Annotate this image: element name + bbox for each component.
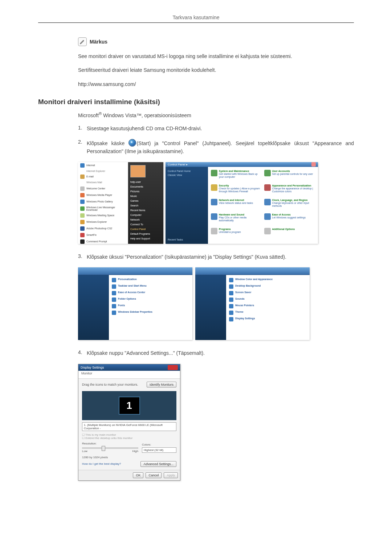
cancel-button[interactable]: Cancel <box>146 472 162 478</box>
step-4: 4. Klõpsake nuppu "Advanced Settings..."… <box>78 349 354 357</box>
document-page: Tarkvara kasutamine Märkus See monitori … <box>38 15 354 481</box>
personalization-screenshot: Window Color and Appearance Desktop Back… <box>195 267 310 340</box>
step2-pre: Klõpsake käske <box>87 140 128 146</box>
step-number: 4. <box>78 349 87 355</box>
note-text-1: See monitori draiver on varustatud MS‑i … <box>78 53 354 60</box>
pencil-icon <box>78 37 87 46</box>
steps-list: 1. Sisestage kasutusjuhendi CD oma CD‑RO… <box>78 125 354 156</box>
screenshot-3: Display Settings Monitor Drag the icons … <box>78 364 354 481</box>
step-text: Klõpsake nuppu "Advanced Settings..." (T… <box>87 349 354 357</box>
screenshot-1: Internet Internet Explorer E-mail Window… <box>78 162 354 244</box>
os-line-mid: Windows Vista <box>102 112 136 118</box>
control-panel-screenshot: Control Panel ▸ Control Panel Home Class… <box>166 162 318 244</box>
start-menu-left: Internet Internet Explorer E-mail Window… <box>78 162 128 244</box>
advanced-settings-button[interactable]: Advanced Settings... <box>140 461 176 467</box>
os-line-pre: Microsoft <box>78 112 99 118</box>
section-heading: Monitori draiveri installimine (käsitsi) <box>38 98 354 106</box>
monitor-preview: 1 <box>82 391 176 420</box>
steps-list-cont: 3. Klõpsake üksusi "Personalization" (Is… <box>78 253 354 261</box>
body-indent: Märkus See monitori draiver on varustatu… <box>38 37 354 88</box>
display-settings-screenshot: Display Settings Monitor Drag the icons … <box>78 364 180 481</box>
note-row: Märkus <box>78 37 354 46</box>
close-icon <box>311 162 316 167</box>
dialog-title: Display Settings <box>81 366 104 369</box>
start-orb-icon <box>128 139 136 147</box>
steps-indent: Microsoft® Windows Vista™, operatsioonis… <box>38 111 354 481</box>
window-titlebar: Control Panel ▸ <box>166 162 318 167</box>
step-1: 1. Sisestage kasutusjuhendi CD oma CD‑RO… <box>78 125 354 133</box>
colors-dropdown[interactable]: Highest (32 bit) <box>142 447 176 453</box>
main-monitor-checkbox[interactable]: This is my main monitor <box>82 433 176 436</box>
control-panel-main: System and MaintenanceGet started with W… <box>208 167 318 244</box>
note-label: Märkus <box>90 39 107 45</box>
apply-button[interactable]: Apply <box>164 472 178 478</box>
screenshot-2: Personalization Taskbar and Start Menu E… <box>78 267 354 340</box>
start-menu-screenshot: Internet Internet Explorer E-mail Window… <box>78 162 163 244</box>
step-text: Klõpsake käske (Start) ja "Control Panel… <box>87 139 354 155</box>
close-icon <box>168 365 178 370</box>
step-text: Klõpsake üksusi "Personalization" (Isiku… <box>87 253 354 261</box>
control-panel-side: Control Panel Home Classic View Recent T… <box>166 167 208 244</box>
step-number: 3. <box>78 253 87 259</box>
os-line-post: , operatsioonisüsteem <box>142 112 191 118</box>
drag-hint-row: Drag the icons to match your monitors. I… <box>82 382 176 387</box>
breadcrumb: Control Panel ▸ <box>168 163 188 166</box>
dialog-tab: Monitor <box>78 371 180 379</box>
step-number: 1. <box>78 125 87 131</box>
trademark: ™ <box>136 112 142 118</box>
appearance-personalization-screenshot: Personalization Taskbar and Start Menu E… <box>78 267 192 340</box>
user-avatar-icon <box>130 165 146 177</box>
identify-monitors-button[interactable]: Identify Monitors <box>147 382 176 387</box>
steps-list-cont2: 4. Klõpsake nuppu "Advanced Settings..."… <box>78 349 354 357</box>
step-2: 2. Klõpsake käske (Start) ja "Control Pa… <box>78 139 354 155</box>
drag-hint: Drag the icons to match your monitors. <box>82 383 138 386</box>
step-text: Sisestage kasutusjuhendi CD oma CD‑ROM‑d… <box>87 125 354 133</box>
page-title: Tarkvara kasutamine <box>172 15 219 20</box>
monitor-dropdown[interactable]: 1. (Multiple Monitors) on NVIDIA GeForce… <box>82 422 176 431</box>
note-text-2: Sertifitseeritud draiveri leiate Samsung… <box>78 66 354 74</box>
monitor-checkboxes: This is my main monitor Extend the deskt… <box>82 433 176 440</box>
start-menu-right: help-user Documents Pictures Music Games… <box>128 162 163 244</box>
dialog-buttons: OK Cancel Apply <box>78 470 180 480</box>
colors-label: Colors: <box>142 443 176 446</box>
os-line: Microsoft® Windows Vista™, operatsioonis… <box>78 111 354 118</box>
extend-desktop-checkbox[interactable]: Extend the desktop onto this monitor <box>82 436 176 440</box>
step-number: 2. <box>78 139 87 145</box>
dialog-titlebar: Display Settings <box>78 364 180 371</box>
note-url: http://www.samsung.com/ <box>78 81 354 88</box>
resolution-label: Resolution: <box>82 442 138 445</box>
step-3: 3. Klõpsake üksusi "Personalization" (Is… <box>78 253 354 261</box>
monitor-1-icon: 1 <box>119 397 140 415</box>
resolution-slider[interactable]: Resolution: Low High <box>82 442 142 453</box>
resolution-value: 1280 by 1024 pixels <box>82 456 176 459</box>
page-header: Tarkvara kasutamine <box>38 15 354 23</box>
ok-button[interactable]: OK <box>133 472 143 478</box>
help-link[interactable]: How do I get the best display? <box>82 462 121 465</box>
